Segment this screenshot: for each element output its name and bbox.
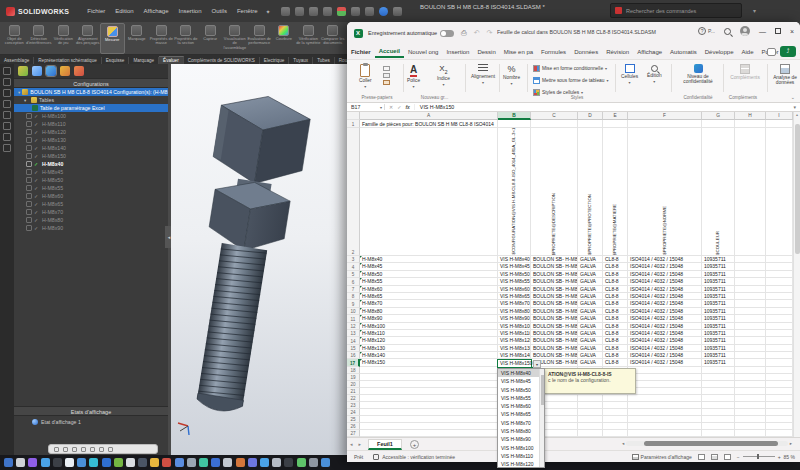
redo-icon[interactable]: ↷	[487, 29, 493, 37]
row-header-4[interactable]: 4	[347, 263, 360, 270]
cell-D14[interactable]: GALVA	[578, 337, 603, 344]
cell-G3[interactable]: 10935711	[702, 256, 735, 263]
cell-H27[interactable]	[735, 430, 766, 437]
column-header-G[interactable]: G	[702, 112, 735, 120]
column-header-B[interactable]: B	[498, 112, 531, 120]
row-header-16[interactable]: 16	[347, 352, 360, 359]
cell-D16[interactable]: GALVA	[578, 352, 603, 359]
display-state-item[interactable]: Etat d'affichage 1	[14, 417, 168, 426]
cell-I8[interactable]	[766, 293, 793, 300]
command-tab-2[interactable]: Esquisse	[102, 57, 130, 64]
dropdown-item-0[interactable]: VIS H-M8x40	[498, 369, 544, 377]
cell-H14[interactable]	[735, 337, 766, 344]
cell-C4[interactable]: BOULON SB- H-M8x45	[531, 263, 578, 270]
taskbar-app-icon-2[interactable]	[28, 458, 37, 467]
cell-C1[interactable]	[531, 120, 578, 128]
cell-H6[interactable]	[735, 278, 766, 285]
ribbon-tab-donn-es[interactable]: Données	[570, 47, 602, 57]
row-header-13[interactable]: 13	[347, 330, 360, 337]
configuration-item-H-M8x110[interactable]: ✓H-M8x110	[14, 120, 168, 128]
cell-A22[interactable]	[360, 395, 498, 402]
cell-B15[interactable]: VIS H-M8x130	[498, 345, 531, 352]
save-icon[interactable]: ⎙	[461, 29, 467, 37]
sheet-prev-icon[interactable]: ◂	[350, 441, 353, 447]
cell-I23[interactable]	[766, 402, 793, 409]
zoom-level[interactable]: 85 %	[784, 454, 795, 460]
cell-I2[interactable]	[766, 128, 793, 256]
cell-D8[interactable]: GALVA	[578, 293, 603, 300]
taskbar-app-icon-13[interactable]	[162, 458, 171, 467]
cell-F9[interactable]: ISO4014 / 4032 / 15048	[628, 300, 702, 307]
font-button[interactable]: A Police ▾	[407, 64, 420, 89]
cell-H8[interactable]	[735, 293, 766, 300]
number-button[interactable]: % Nombre ▾	[503, 64, 520, 86]
ribbon-tab-dessin[interactable]: Dessin	[473, 47, 499, 57]
cell-D7[interactable]: GALVA	[578, 286, 603, 293]
command-tab-3[interactable]: Marquage	[129, 57, 159, 64]
normal-view-icon[interactable]	[698, 454, 705, 460]
cell-D26[interactable]	[578, 423, 603, 430]
command-button-4[interactable]: Mesurer	[100, 23, 125, 54]
filter-edges-icon[interactable]	[63, 447, 68, 452]
cell-F27[interactable]	[628, 430, 702, 437]
cell-H18[interactable]	[735, 367, 766, 374]
taskbar-app-icon-22[interactable]	[272, 458, 281, 467]
cell-C8[interactable]: BOULON SB- H-M8x65	[531, 293, 578, 300]
configuration-item-H-M8x140[interactable]: ✓H-M8x140	[14, 144, 168, 152]
search-chevron-icon[interactable]: ▾	[753, 7, 756, 14]
taskbar-app-icon-0[interactable]	[4, 458, 13, 467]
help-icon[interactable]: ?	[698, 27, 706, 35]
cells-button[interactable]: Cellules ▾	[621, 64, 638, 85]
format-painter-icon[interactable]	[383, 80, 390, 85]
cell-B6[interactable]: VIS H-M8x55	[498, 278, 531, 285]
dropdown-item-1[interactable]: VIS H-M8x45	[498, 377, 544, 385]
row-header-17[interactable]: 17	[347, 359, 360, 366]
cell-G17[interactable]: 10935711	[702, 359, 735, 366]
horizontal-scrollbar-thumb[interactable]	[644, 441, 777, 446]
cell-F22[interactable]	[628, 395, 702, 402]
ribbon-tab-mise-en-pa[interactable]: Mise en pa	[500, 47, 537, 57]
cell-E11[interactable]: CL8-8	[603, 315, 628, 322]
cell-A7[interactable]: H-M8x60	[360, 286, 498, 293]
command-button-9[interactable]: Visualisation de l'assemblage	[223, 23, 248, 54]
cell-H3[interactable]	[735, 256, 766, 263]
cell-F7[interactable]: ISO4014 / 4032 / 15048	[628, 286, 702, 293]
cell-A2[interactable]	[360, 128, 498, 256]
taskbar-app-icon-9[interactable]	[114, 458, 123, 467]
cell-I19[interactable]	[766, 374, 793, 381]
menu-fenêtre[interactable]: Fenêtre	[237, 8, 258, 14]
taskbar-app-icon-21[interactable]	[260, 458, 269, 467]
command-tab-8[interactable]: Tubes	[313, 57, 335, 64]
cell-C12[interactable]: BOULON SB- H-M8x100	[531, 323, 578, 330]
user-account-icon[interactable]	[379, 7, 388, 16]
cell-C10[interactable]: BOULON SB- H-M8x80	[531, 308, 578, 315]
print-icon[interactable]	[323, 7, 332, 16]
cell-F26[interactable]	[628, 423, 702, 430]
cell-E3[interactable]: CL8-8	[603, 256, 628, 263]
cell-E10[interactable]: CL8-8	[603, 308, 628, 315]
cell-I9[interactable]	[766, 300, 793, 307]
configuration-item-H-M8x120[interactable]: ✓H-M8x120	[14, 128, 168, 136]
taskbar-app-icon-24[interactable]	[297, 458, 306, 467]
cell-C7[interactable]: BOULON SB- H-M8x60	[531, 286, 578, 293]
cell-H12[interactable]	[735, 323, 766, 330]
dropdown-item-2[interactable]: VIS H-M8x50	[498, 386, 544, 394]
cell-F11[interactable]: ISO4014 / 4032 / 15048	[628, 315, 702, 322]
cell-H4[interactable]	[735, 263, 766, 270]
cell-A18[interactable]	[360, 367, 498, 374]
dropdown-item-10[interactable]: VIS H-M8x110	[498, 452, 544, 460]
cell-I4[interactable]	[766, 263, 793, 270]
row-header-10[interactable]: 10	[347, 308, 360, 315]
cell-G2[interactable]: $COULEUR	[702, 128, 735, 256]
cell-F5[interactable]: ISO4014 / 4032 / 15048	[628, 271, 702, 278]
command-button-5[interactable]: Marquage	[125, 23, 150, 54]
cell-G15[interactable]: 10935711	[702, 345, 735, 352]
taskbar-app-icon-5[interactable]	[65, 458, 74, 467]
name-box[interactable]: B17 ▾	[347, 104, 385, 110]
cell-E25[interactable]	[603, 416, 628, 423]
configuration-item-H-M8x60[interactable]: ✓H-M8x60	[14, 192, 168, 200]
cell-D24[interactable]	[578, 409, 603, 416]
cell-I7[interactable]	[766, 286, 793, 293]
cell-D5[interactable]: GALVA	[578, 271, 603, 278]
cell-D25[interactable]	[578, 416, 603, 423]
